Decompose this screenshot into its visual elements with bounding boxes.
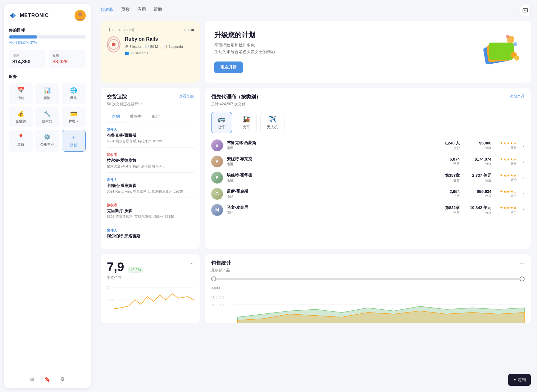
service-label-activity: 活动 xyxy=(17,96,24,100)
finance-icon: 💰 xyxy=(17,110,24,117)
delivery-item: 发件人 布鲁克林·西蒙斯 6391 埃尔全堡塞斯, 特拉华州 10299 xyxy=(107,127,194,148)
nav-pages[interactable]: 页数 xyxy=(121,7,130,14)
hospitality-icon: 📍 xyxy=(17,134,24,140)
agent-tab-truck[interactable]: 🚌 货车 xyxy=(211,112,232,133)
rating-more-icon[interactable]: ··· xyxy=(189,260,194,267)
nav-dashboard[interactable]: 仪表板 xyxy=(101,7,114,14)
delivery-tab-new[interactable]: 新的 xyxy=(107,111,125,122)
agent-rating-4: ★★★★☆ 评分 xyxy=(495,189,517,198)
layers-icon[interactable]: ⊞ xyxy=(30,376,34,382)
delivery-address: 3891 Ranchview 理查森博士, 加利福尼亚州 62639 xyxy=(107,189,194,194)
y-label-1: 3,000 xyxy=(211,286,220,290)
user-avatar[interactable] xyxy=(75,10,86,21)
delivery-name: 卡梅伦·威廉姆森 xyxy=(107,183,194,189)
agent-region-5: 南区 xyxy=(227,210,434,215)
agent-avatar-1: B xyxy=(211,139,223,151)
sidebar-footer: ⊞ 🔖 ⚙ xyxy=(9,372,86,382)
delivery-address: 8502 普雷斯顿路, 英格尔伍德, 缅因州 98380 xyxy=(107,214,194,219)
budget-value: $14,350 xyxy=(12,59,42,65)
agent-tab-train[interactable]: 🚂 火车 xyxy=(236,112,257,133)
delivery-role: 发件人 xyxy=(107,228,194,233)
svg-text:2,500: 2,500 xyxy=(211,303,224,307)
agent-tab-drone[interactable]: ✈️ 无人机 xyxy=(260,112,284,133)
sales-more-icon[interactable]: ··· xyxy=(520,260,525,267)
dot2 xyxy=(188,29,190,31)
service-item-card[interactable]: 💳护理卡 xyxy=(62,107,86,127)
agent-info-5: 马文·麦金尼 南区 xyxy=(227,205,434,215)
message-icon[interactable] xyxy=(520,5,531,16)
delivery-tab-preparing[interactable]: 准备中 xyxy=(125,111,147,122)
card-icon: 💳 xyxy=(70,110,77,117)
agent-region-1: 南区 xyxy=(227,146,434,150)
delivery-view-all[interactable]: 查看全部 xyxy=(179,94,194,99)
agent-arrow-3[interactable]: › xyxy=(523,175,525,180)
truck-label: 货车 xyxy=(218,125,225,130)
delivery-name: 克里斯汀·沃森 xyxy=(107,208,194,214)
delivery-tab-shipping[interactable]: 船运 xyxy=(147,111,165,122)
upgrade-title: 升级您的计划 xyxy=(214,30,275,40)
train-icon: 🚂 xyxy=(242,115,250,123)
service-item-activity[interactable]: 📅活动 xyxy=(9,83,33,104)
agent-rating-3: ★★★★★ 评分 xyxy=(495,173,517,182)
slider-thumb-right[interactable] xyxy=(520,276,525,281)
service-item-utility[interactable]: ⚙️公用事业 xyxy=(35,130,59,152)
service-label-tech: 技术的 xyxy=(42,119,52,124)
content: 【biqubiqu.com】 Ruby xyxy=(94,19,537,392)
agent-row: G 盖伊·霍金斯 南区 2,954 交货 $59,634 收益 xyxy=(211,188,525,200)
sidebar: METRONIC 你的目标 已达到目标的 37% 预算 $14,350 花费 $… xyxy=(4,4,91,388)
delivery-name: 阿尔伯特·弗洛雷斯 xyxy=(107,233,194,239)
service-label-utility: 公用事业 xyxy=(40,142,54,147)
settings-icon[interactable]: ⚙ xyxy=(60,376,65,382)
nav-help[interactable]: 帮助 xyxy=(153,7,162,14)
tech-icon: 🔧 xyxy=(44,110,51,117)
service-item-add[interactable]: +添新 xyxy=(62,130,86,152)
expense-card: 花费 $8,029 xyxy=(49,50,86,68)
svg-text:3,000: 3,000 xyxy=(211,295,224,299)
students-icon: 👥 xyxy=(125,51,129,55)
dot3 xyxy=(191,29,194,31)
course-info: Ruby on Rails ⏱3 lesson 🕐50 Min 📋1 agend… xyxy=(125,36,194,55)
agent-name-1: 布鲁克林·西蒙斯 xyxy=(227,140,434,146)
add-product-btn[interactable]: 添加产品 xyxy=(510,94,525,99)
upgrade-illustration xyxy=(478,33,521,71)
agent-arrow-2[interactable]: › xyxy=(523,159,525,164)
slider-thumb-left[interactable] xyxy=(211,276,216,281)
service-item-finance[interactable]: 💰金融的 xyxy=(9,107,33,127)
svg-rect-2 xyxy=(523,8,528,12)
delivery-role: 发件人 xyxy=(107,127,194,132)
nav-apps[interactable]: 应用 xyxy=(137,7,146,14)
agent-stat-1: 1,240 人 交货 xyxy=(438,140,460,150)
lesson-icon: ⏱ xyxy=(125,45,128,48)
agent-info-4: 盖伊·霍金斯 南区 xyxy=(227,189,434,199)
agent-arrow-5[interactable]: › xyxy=(523,207,525,212)
agent-region-2: 南区 xyxy=(227,162,434,166)
agent-row: E 埃丝特·霍华德 南区 第357章 交货 2,737 美元 收益 xyxy=(211,172,525,184)
service-item-hospitality[interactable]: 📍款待 xyxy=(9,130,33,152)
meta-agenda: 📋1 agenda xyxy=(163,44,183,48)
agents-header: 领先代理商（按类别） 添加产品 xyxy=(211,94,525,100)
agent-name-5: 马文·麦金尼 xyxy=(227,205,434,210)
course-logo xyxy=(107,36,121,52)
course-card: 【biqubiqu.com】 Ruby xyxy=(101,21,200,83)
truck-icon: 🚌 xyxy=(218,115,225,123)
progress-bar xyxy=(9,35,86,39)
agent-info-2: 安妮特·布莱克 南区 xyxy=(227,156,434,166)
sales-slider[interactable] xyxy=(211,278,525,280)
agent-region-4: 南区 xyxy=(227,194,434,199)
agent-name-3: 埃丝特·霍华德 xyxy=(227,172,434,178)
agent-arrow-4[interactable]: › xyxy=(523,191,525,196)
service-label-hospitality: 款待 xyxy=(17,142,24,147)
customize-button[interactable]: ✦ 定制 xyxy=(508,374,531,386)
service-item-tech[interactable]: 🔧技术的 xyxy=(35,107,59,127)
sales-header: 销售统计 ··· xyxy=(211,260,525,267)
upgrade-button[interactable]: 现在升级 xyxy=(214,62,243,73)
agent-arrow-1[interactable]: › xyxy=(523,143,525,148)
sales-title: 销售统计 xyxy=(211,260,231,267)
delivery-title: 交货追踪 xyxy=(107,94,127,100)
bot-row: 7,9 +2.2% ··· 平均位置 10 7.75 xyxy=(101,254,531,323)
bookmark-icon[interactable]: 🔖 xyxy=(44,376,50,382)
delivery-list: 发件人 布鲁克林·西蒙斯 6391 埃尔全堡塞斯, 特拉华州 10299 接收者… xyxy=(107,127,194,243)
delivery-address: 6391 埃尔全堡塞斯, 特拉华州 10299 xyxy=(107,139,194,144)
service-item-network[interactable]: 🌐网络 xyxy=(62,83,86,104)
service-item-insurance[interactable]: 📊保险 xyxy=(35,83,59,104)
